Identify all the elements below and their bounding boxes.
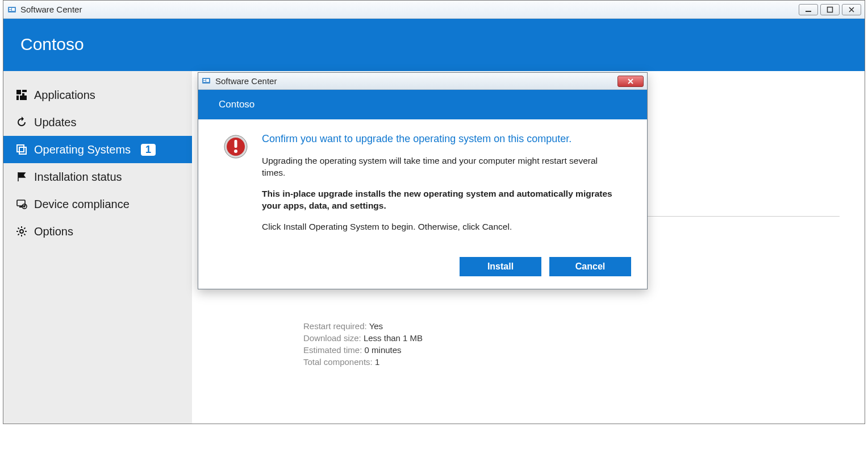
- svg-rect-11: [17, 145, 24, 152]
- sidebar-item-device-compliance[interactable]: Device compliance: [3, 190, 192, 218]
- maximize-button[interactable]: [820, 4, 840, 15]
- dialog-heading: Confirm you want to upgrade the operatin…: [262, 133, 622, 145]
- svg-line-24: [18, 234, 19, 235]
- svg-line-21: [18, 228, 19, 229]
- brand-bar: Contoso: [3, 19, 865, 71]
- titlebar: Software Center: [3, 1, 865, 19]
- components-value: 1: [375, 357, 379, 367]
- brand-name: Contoso: [20, 35, 848, 54]
- gear-icon: [15, 225, 28, 238]
- svg-rect-6: [16, 90, 21, 94]
- dialog-title: Software Center: [215, 76, 277, 86]
- sidebar-badge: 1: [141, 144, 156, 156]
- install-button[interactable]: Install: [460, 257, 541, 276]
- app-icon: [202, 76, 212, 86]
- svg-rect-12: [19, 147, 26, 154]
- updates-icon: [15, 115, 28, 129]
- window-title: Software Center: [20, 5, 82, 14]
- svg-rect-26: [203, 79, 206, 80]
- svg-rect-31: [235, 140, 237, 148]
- dialog-paragraph-bold: This in-place upgrade installs the new o…: [262, 188, 622, 212]
- dialog-close-button[interactable]: [617, 76, 644, 87]
- time-value: 0 minutes: [365, 345, 402, 355]
- sidebar-item-label: Installation status: [34, 171, 122, 184]
- sidebar-item-applications[interactable]: Applications: [3, 81, 192, 109]
- svg-rect-7: [22, 90, 27, 92]
- svg-rect-10: [20, 96, 27, 100]
- sidebar: Applications Updates Operating Systems 1: [3, 71, 192, 424]
- dialog-brand: Contoso: [198, 90, 647, 119]
- warning-icon: [223, 134, 248, 159]
- size-value: Less than 1 MB: [364, 333, 423, 343]
- app-icon: [7, 5, 17, 15]
- divider: [646, 216, 840, 217]
- detail-pane: Restart required: Yes Download size: Les…: [303, 321, 423, 369]
- sidebar-item-installation-status[interactable]: Installation status: [3, 163, 192, 190]
- close-button[interactable]: [842, 4, 861, 15]
- svg-rect-13: [17, 200, 25, 206]
- sidebar-item-options[interactable]: Options: [3, 218, 192, 245]
- svg-point-16: [20, 230, 23, 233]
- sidebar-item-label: Device compliance: [34, 198, 130, 211]
- time-label: Estimated time:: [303, 345, 362, 355]
- svg-rect-27: [203, 81, 206, 82]
- svg-rect-5: [828, 7, 833, 12]
- os-icon: [15, 143, 28, 156]
- svg-rect-9: [16, 96, 19, 100]
- svg-rect-8: [22, 93, 24, 96]
- svg-rect-3: [12, 8, 15, 11]
- sidebar-item-updates[interactable]: Updates: [3, 109, 192, 136]
- content-area: Restart required: Yes Download size: Les…: [192, 71, 865, 424]
- svg-point-32: [234, 150, 237, 153]
- restart-label: Restart required:: [303, 321, 367, 331]
- sidebar-item-label: Operating Systems: [34, 143, 131, 156]
- dialog-paragraph: Click Install Operating System to begin.…: [262, 221, 622, 233]
- cancel-button[interactable]: Cancel: [549, 257, 631, 276]
- dialog-titlebar: Software Center: [198, 73, 647, 90]
- svg-line-22: [24, 234, 25, 235]
- sidebar-item-operating-systems[interactable]: Operating Systems 1: [3, 136, 192, 163]
- app-window: Software Center Contoso Applications: [3, 0, 865, 424]
- svg-rect-1: [9, 8, 11, 9]
- dialog-paragraph: Upgrading the operating system will take…: [262, 155, 622, 179]
- restart-value: Yes: [369, 321, 383, 331]
- apps-icon: [15, 88, 28, 102]
- sidebar-item-label: Applications: [34, 89, 95, 102]
- svg-rect-2: [9, 10, 11, 11]
- svg-rect-4: [806, 11, 811, 12]
- sidebar-item-label: Updates: [34, 116, 77, 129]
- svg-rect-28: [206, 79, 209, 82]
- minimize-button[interactable]: [799, 4, 818, 15]
- compliance-icon: [15, 197, 28, 211]
- flag-icon: [15, 170, 28, 184]
- size-label: Download size:: [303, 333, 361, 343]
- components-label: Total components:: [303, 357, 373, 367]
- svg-line-23: [24, 228, 25, 229]
- confirm-dialog: Software Center Contoso: [198, 72, 648, 289]
- sidebar-item-label: Options: [34, 225, 73, 238]
